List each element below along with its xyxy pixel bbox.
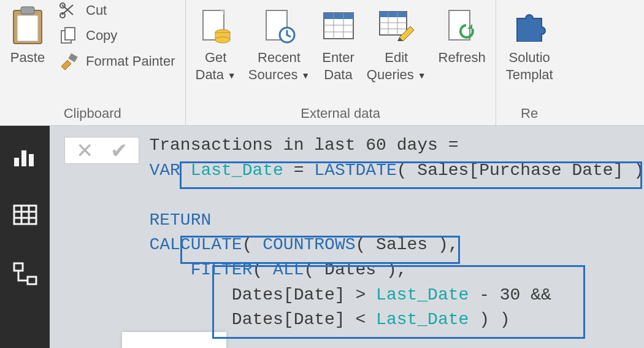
external-data-group-label: External data [190,103,492,125]
page-clock-icon [263,2,296,49]
puzzle-icon [512,2,546,49]
svg-rect-30 [14,206,36,224]
cancel-formula-button[interactable]: ✕ [76,140,93,161]
cut-label: Cut [86,2,107,18]
tok-indent2b [149,310,231,329]
svg-rect-28 [21,150,26,166]
get-data-label-2: Data [196,67,224,82]
tok-arg-all: ( Dates ), [304,260,407,279]
ribbon-group-external-data: Get Data ▼ Recent Sources ▼ Enter Data [186,0,496,125]
tok-indent1 [149,260,190,279]
ribbon-group-resources: Solutio Templat Re [496,0,563,125]
formula-bar-actions: ✕ ✔ [64,137,139,164]
svg-rect-27 [14,158,19,166]
formula-bar: ✕ ✔ Transactions in last 60 days = VAR L… [64,133,644,333]
bar-chart-icon [13,147,37,168]
enter-data-label-2: Data [324,66,352,83]
ribbon: Paste Cut Copy [0,0,644,126]
get-data-button[interactable]: Get Data ▼ [190,0,242,103]
relationship-icon [13,262,37,285]
page-db-icon [199,2,232,49]
clipboard-group-label: Clipboard [4,103,182,125]
tok-cond1-mid: - 30 && [469,285,551,304]
page-refresh-icon [445,2,478,49]
tok-open-filter: ( [252,260,273,279]
tok-var-name: Last_Date [191,161,283,180]
tok-lastdate-arg: ( Sales[Purchase Date] ) [397,161,644,180]
edit-queries-label-1: Edit [385,49,408,66]
model-view-button[interactable] [13,262,37,288]
tok-calculate: CALCULATE [149,235,242,254]
tok-countrows: COUNTROWS [263,235,355,254]
left-nav-rail [0,126,50,348]
svg-rect-21 [380,12,407,17]
format-painter-button[interactable]: Format Painter [55,52,178,71]
svg-rect-7 [68,53,77,63]
get-data-label-1: Get [205,49,226,66]
main-area: ✕ ✔ Transactions in last 60 days = VAR L… [0,126,644,348]
chevron-down-icon: ▼ [415,71,426,80]
grid-pencil-icon [378,2,414,49]
svg-point-11 [215,37,230,43]
paintbrush-icon [58,53,80,70]
edit-queries-button[interactable]: Edit Queries ▼ [361,0,432,103]
cut-button[interactable]: Cut [55,1,178,20]
tok-all: ALL [273,260,304,279]
chevron-down-icon: ▼ [299,71,310,80]
svg-rect-6 [65,28,75,40]
scissors-icon [58,2,80,18]
tok-cond1-var: Last_Date [376,285,469,304]
svg-rect-36 [28,277,36,284]
copy-icon [58,27,80,44]
solution-templates-label-2: Templat [506,66,553,83]
tok-eq: = [283,161,314,180]
svg-rect-1 [17,15,38,41]
tok-cond1-lhs: Dates[Date] > [232,285,376,304]
tok-arg-countrows: ( Sales ), [356,235,459,254]
svg-rect-2 [21,7,34,14]
enter-data-label-1: Enter [322,49,355,66]
report-canvas[interactable]: ✕ ✔ Transactions in last 60 days = VAR L… [50,126,644,348]
formula-editor[interactable]: Transactions in last 60 days = VAR Last_… [149,133,644,333]
recent-sources-label-2: Sources [248,67,298,82]
solution-templates-button[interactable]: Solutio Templat [500,0,559,103]
tok-cond2-lhs: Dates[Date] < [232,310,376,329]
tok-indent2a [149,285,231,304]
ribbon-group-clipboard: Paste Cut Copy [0,0,186,125]
copy-label: Copy [86,28,117,44]
table-icon [13,204,37,225]
edit-queries-label-2: Queries [367,67,414,82]
tok-cond2-var: Last_Date [376,310,469,329]
clipboard-icon [10,2,45,49]
card-visual[interactable]: Tra [122,332,226,348]
paste-button[interactable]: Paste [4,0,52,103]
tok-open-calc: ( [242,235,263,254]
commit-formula-button[interactable]: ✔ [110,140,128,161]
recent-sources-button[interactable]: Recent Sources ▼ [242,0,316,103]
chevron-down-icon: ▼ [225,71,236,80]
report-view-button[interactable] [13,147,37,170]
enter-data-button[interactable]: Enter Data [316,0,361,103]
grid-icon [323,2,355,49]
refresh-button[interactable]: Refresh [432,0,492,103]
tok-var-kw: VAR [149,161,180,180]
svg-rect-26 [449,10,470,40]
svg-rect-29 [29,154,34,166]
refresh-label: Refresh [439,49,486,66]
paste-label: Paste [10,49,45,66]
tok-return-kw: RETURN [149,211,211,230]
format-painter-label: Format Painter [86,53,175,69]
data-view-button[interactable] [13,204,37,228]
copy-button[interactable]: Copy [55,26,178,45]
svg-rect-15 [324,13,353,19]
recent-sources-label-1: Recent [258,49,301,66]
tok-filter: FILTER [191,260,253,279]
solution-templates-label-1: Solutio [509,49,550,66]
tok-close: ) ) [469,310,510,329]
svg-rect-35 [14,263,23,271]
code-line-1: Transactions in last 60 days = [149,136,458,155]
tok-lastdate: LASTDATE [314,161,396,180]
resources-group-label: Re [500,103,559,125]
